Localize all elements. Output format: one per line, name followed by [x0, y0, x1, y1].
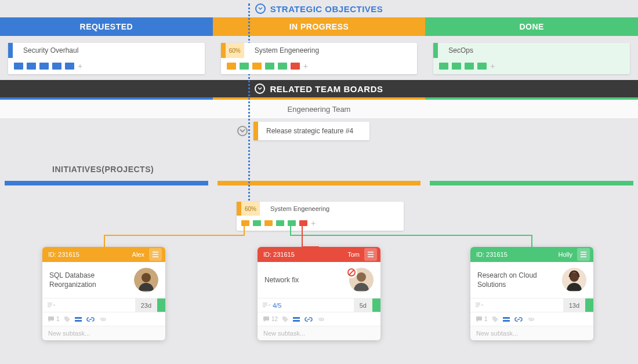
task-icons: 12	[258, 312, 380, 326]
attachment-icon[interactable]	[99, 317, 106, 322]
chip[interactable]	[288, 220, 296, 226]
task-card[interactable]: ID: 231615 Alex SQL Database Reorganizat…	[42, 247, 165, 340]
column-requested: REQUESTED	[0, 17, 213, 36]
task-header: ID: 231615 Alex	[42, 247, 165, 262]
link-icon[interactable]	[86, 317, 95, 322]
chip[interactable]	[291, 63, 300, 70]
task-meta: 4/5 5d	[258, 298, 380, 312]
chip[interactable]	[299, 220, 307, 226]
objectives-swimlane: Security Overhaul + 60% System Engeneeri…	[0, 36, 638, 80]
objective-card-requested[interactable]: Security Overhaul +	[8, 43, 205, 74]
chip[interactable]	[227, 63, 236, 70]
add-icon[interactable]: +	[78, 61, 82, 71]
task-assignee: Holly	[559, 251, 572, 258]
chip[interactable]	[240, 63, 249, 70]
comment-icon[interactable]: 1	[48, 316, 60, 322]
stripe	[253, 122, 258, 140]
chip[interactable]	[278, 63, 287, 70]
chip[interactable]	[465, 63, 474, 70]
chip[interactable]	[39, 63, 49, 70]
svg-rect-9	[263, 316, 269, 321]
chip[interactable]	[253, 220, 261, 226]
initiative-card[interactable]: 60% System Engeneering +	[237, 202, 404, 231]
svg-rect-11	[293, 320, 300, 322]
menu-icon	[367, 250, 375, 259]
avatar	[562, 268, 586, 292]
task-title: Network fix	[264, 275, 299, 285]
attachment-icon[interactable]	[317, 317, 324, 322]
task-id: ID: 231615	[476, 251, 507, 258]
svg-rect-2	[48, 316, 54, 321]
task-meta: 23d	[42, 298, 165, 312]
chip[interactable]	[241, 220, 249, 226]
chip[interactable]	[276, 220, 284, 226]
chip-row: +	[8, 58, 205, 74]
objective-card-inprogress[interactable]: 60% System Engeneering +	[221, 43, 418, 74]
task-days: 13d	[563, 299, 585, 312]
tag-icon[interactable]	[282, 316, 288, 322]
svg-point-6	[357, 272, 366, 282]
add-icon[interactable]: +	[490, 61, 495, 71]
initiatives-area: 60% System Engeneering + ID: 231615 Alex	[0, 185, 638, 336]
column-in-progress: IN PROGRESS	[213, 17, 426, 36]
subtask-icon[interactable]	[75, 317, 82, 322]
new-subtask-input[interactable]: New subtask...	[42, 326, 165, 340]
section-initiatives: INITIATIVES(PROJECTS)	[0, 158, 638, 181]
menu-button[interactable]	[577, 248, 590, 261]
svg-point-1	[142, 273, 151, 282]
tag-icon[interactable]	[492, 316, 498, 322]
objective-title: System Engeneering	[244, 46, 319, 54]
feature-card[interactable]: Release strategic feature #4	[252, 122, 369, 140]
team-name-row: Engeneering Team	[0, 100, 638, 118]
chip[interactable]	[252, 63, 262, 70]
menu-icon	[579, 250, 588, 259]
section-title: STRATEGIC OBJECTIVES	[270, 4, 383, 14]
new-subtask-input[interactable]: New subtask...	[470, 326, 593, 340]
comment-icon[interactable]: 12	[263, 316, 278, 322]
section-related-team-boards[interactable]: RELATED TEAM BOARDS	[0, 80, 638, 97]
initiative-title: System Engeneering	[260, 205, 329, 212]
menu-button[interactable]	[364, 248, 377, 261]
task-id: ID: 231615	[263, 251, 295, 258]
objective-card-done[interactable]: SecOps +	[433, 43, 630, 74]
chip[interactable]	[27, 63, 36, 70]
progress-pct: 60%	[226, 43, 244, 58]
svg-rect-14	[476, 316, 482, 321]
feature-title: Release strategic feature #4	[258, 127, 353, 135]
chip[interactable]	[264, 220, 273, 226]
initiative-bars	[0, 181, 638, 185]
menu-button[interactable]	[149, 248, 162, 261]
checklist-icon	[47, 303, 55, 308]
comment-icon[interactable]: 1	[476, 316, 488, 322]
progress-pct: 60%	[241, 202, 260, 216]
chip[interactable]	[477, 63, 487, 70]
svg-rect-16	[503, 320, 510, 322]
chip[interactable]	[452, 63, 461, 70]
subtask-icon[interactable]	[503, 317, 510, 322]
link-icon[interactable]	[304, 317, 313, 322]
tag-icon[interactable]	[64, 316, 70, 322]
chip[interactable]	[265, 63, 274, 70]
section-strategic-objectives[interactable]: STRATEGIC OBJECTIVES	[0, 0, 638, 17]
add-icon[interactable]: +	[303, 61, 308, 71]
add-icon[interactable]: +	[311, 219, 316, 228]
chip[interactable]	[52, 63, 61, 70]
chip[interactable]	[65, 63, 74, 70]
chip[interactable]	[14, 63, 23, 70]
task-assignee: Tom	[347, 251, 360, 258]
svg-rect-4	[75, 320, 82, 322]
subtask-icon[interactable]	[293, 317, 300, 322]
column-strip	[0, 97, 638, 100]
task-card[interactable]: ID: 231615 Tom Network fix 4/5 5d	[258, 247, 380, 340]
chevron-down-icon	[255, 3, 266, 14]
new-subtask-input[interactable]: New subtask...	[258, 326, 380, 340]
attachment-icon[interactable]	[527, 317, 534, 322]
link-icon[interactable]	[514, 317, 523, 322]
chip[interactable]	[439, 63, 448, 70]
column-done: DONE	[425, 17, 638, 36]
task-header: ID: 231615 Tom	[258, 247, 380, 262]
objective-title: SecOps	[438, 46, 473, 54]
section-title: RELATED TEAM BOARDS	[270, 84, 383, 94]
stripe	[237, 202, 241, 216]
task-card[interactable]: ID: 231615 Holly Research on Cloud Solut…	[470, 247, 593, 340]
